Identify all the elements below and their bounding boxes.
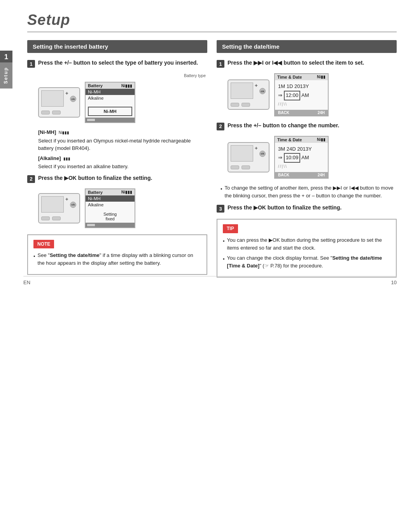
battery-type-area: Battery type ok +	[38, 73, 207, 123]
camera-bottom-btns-3	[231, 103, 250, 107]
cam-btn-rect-6	[242, 103, 250, 107]
cam-btn-rect-8	[242, 165, 250, 169]
menu-row-alkaline-2: Alkaline	[86, 202, 135, 208]
nimh-icon-display: Ni▮▮▮	[59, 130, 69, 135]
cam-btn-rect-1	[41, 111, 50, 114]
td-body-2: 3M 24D 2013Y ⇒ 10:09 AM //|\\	[275, 143, 328, 172]
change-note-bullet: • To change the setting of another item,…	[220, 184, 397, 199]
menu-bottom-2	[86, 223, 135, 227]
page-title: Setup	[27, 12, 397, 28]
alkaline-desc-text: Select if you inserted an alkaline batte…	[38, 163, 207, 171]
tip-box: TIP • You can press the ▶OK button durin…	[217, 219, 397, 278]
td-time-row-2: ⇒ 10:09 AM	[278, 153, 325, 163]
cam-btn-rect-3	[41, 216, 50, 220]
td-back-2: BACK	[278, 173, 289, 177]
tip-item-2: • You can change the clock display forma…	[223, 254, 390, 270]
left-step-1: 1 Press the +/– button to select the typ…	[27, 59, 207, 68]
td-arrows-1: //|\\	[278, 101, 325, 107]
td-arrows-2: //|\\	[278, 164, 325, 170]
camera-illustration-2: ok +	[38, 193, 80, 223]
menu-spacer-1	[86, 101, 135, 105]
menu-row-alkaline-1: Alkaline	[86, 95, 135, 101]
td-back-1: BACK	[278, 111, 289, 115]
tip-label: TIP	[223, 224, 238, 233]
alkaline-term: [Alkaline]	[38, 155, 61, 161]
menu-row-nimh-1: Ni-MH	[86, 89, 135, 95]
left-step-2-text: Press the ▶OK button to finalize the set…	[38, 174, 152, 182]
page-wrapper: Setup 1 Setup Setting the inserted batte…	[0, 0, 420, 293]
nimh-term: [Ni-MH]	[38, 129, 56, 135]
side-number: 1	[0, 51, 12, 63]
td-time-highlight-2: 10:09	[284, 153, 301, 163]
left-section-header: Setting the inserted battery	[27, 40, 207, 53]
camera-screen-3	[231, 83, 253, 99]
right-section-header: Setting the date/time	[217, 40, 397, 53]
td-time-row-1: ⇒ 12:00 AM	[278, 91, 325, 100]
camera-bottom-btns-4	[231, 165, 250, 169]
right-step1-illustration: ok + Time & Date Ni▮▮	[228, 73, 397, 116]
alkaline-icon-display: ▮▮▮	[63, 157, 70, 161]
td-header-2: Time & Date Ni▮▮	[275, 137, 328, 143]
change-note-text: To change the setting of another item, p…	[225, 184, 397, 199]
change-note-dot: •	[220, 185, 222, 193]
td-footer-1: BACK 24H	[275, 110, 328, 116]
alkaline-term-block: [Alkaline] ▮▮▮ Select if you inserted an…	[38, 155, 207, 171]
two-col-layout: Setting the inserted battery 1 Press the…	[27, 40, 397, 278]
right-step-2-num: 2	[217, 123, 224, 130]
camera-illustration-1: ok +	[38, 87, 80, 118]
td-title-2: Time & Date	[277, 137, 302, 142]
right-step1-illus-area: ok + Time & Date Ni▮▮	[228, 73, 397, 116]
td-24h-2: 24H	[318, 173, 325, 177]
right-step-3-text: Press the ▶OK button to finalize the set…	[228, 204, 341, 212]
note-bullet-dot: •	[33, 253, 35, 260]
cam-btn-rect-5	[231, 103, 239, 107]
tip-text-2: You can change the clock display format.…	[227, 254, 390, 270]
camera-plus-1: +	[65, 90, 68, 96]
menu-setting-fixed: Setting fixed	[86, 210, 135, 223]
camera-screen-2	[41, 196, 64, 213]
right-step-1-num: 1	[217, 60, 224, 68]
note-box: NOTE • See "Setting the date/time" if a …	[27, 234, 207, 275]
camera-plus-4: +	[255, 145, 258, 151]
change-note: • To change the setting of another item,…	[220, 184, 397, 199]
step2-illustration: ok + Battery Ni▮▮▮ Ni-MH Alkalin	[38, 188, 207, 228]
menu-row-highlighted-1: Ni-MH	[88, 107, 132, 116]
right-step-1-text: Press the ▶▶I or I◀◀ button to select th…	[228, 59, 364, 67]
right-step2-illus-area: ok + Time & Date Ni▮▮	[228, 136, 397, 179]
left-step-1-num: 1	[27, 60, 35, 68]
footer-lang: EN	[23, 280, 30, 285]
camera-plus-3: +	[255, 83, 258, 88]
camera-illustration-4: ok +	[228, 142, 270, 172]
cam-btn-rect-4	[52, 216, 61, 220]
step1-illustration: ok + Battery Ni▮▮▮ Ni-MH	[38, 82, 207, 123]
camera-ok-btn-2: ok	[70, 202, 76, 208]
left-step-2: 2 Press the ▶OK button to finalize the s…	[27, 174, 207, 183]
camera-ok-btn-4: ok	[259, 151, 266, 157]
cam-btn-rect-7	[231, 165, 239, 169]
td-date-row-1: 1M 1D 2013Y	[278, 83, 325, 91]
footer-page: 10	[391, 280, 397, 285]
page-footer: EN 10	[23, 276, 397, 285]
note-bullet-1: • See "Setting the date/time" if a time …	[33, 251, 201, 267]
title-rule	[27, 32, 397, 32]
battery-menu-screen-2: Battery Ni▮▮▮ Ni-MH Alkaline Setting fix…	[85, 188, 135, 228]
td-battery-2: Ni▮▮	[317, 137, 326, 142]
tip-item-1: • You can press the ▶OK button during th…	[223, 236, 390, 252]
camera-bottom-btns-1	[41, 111, 61, 114]
nimh-term-block: [Ni-MH] Ni▮▮▮ Select if you inserted an …	[38, 128, 207, 152]
note-text: See "Setting the date/time" if a time di…	[38, 251, 201, 267]
menu-row-nimh-2: Ni-MH	[86, 195, 135, 202]
camera-ok-btn-1: ok	[70, 96, 76, 102]
menu-progress-1	[87, 119, 95, 121]
camera-bottom-btns-2	[41, 216, 61, 220]
td-date-row-2: 3M 24D 2013Y	[278, 145, 325, 153]
menu-progress-2	[87, 224, 95, 226]
menu-title-1: Battery	[88, 83, 103, 88]
battery-menu-screen-1: Battery Ni▮▮▮ Ni-MH Alkaline Ni-MH	[85, 82, 135, 123]
camera-plus-2: +	[65, 196, 68, 202]
menu-header-2: Battery Ni▮▮▮	[86, 189, 135, 195]
left-step-1-text: Press the +/– button to select the type …	[38, 59, 198, 67]
battery-type-label: Battery type	[38, 73, 206, 78]
td-title-1: Time & Date	[277, 75, 302, 79]
right-step-3: 3 Press the ▶OK button to finalize the s…	[217, 204, 397, 213]
